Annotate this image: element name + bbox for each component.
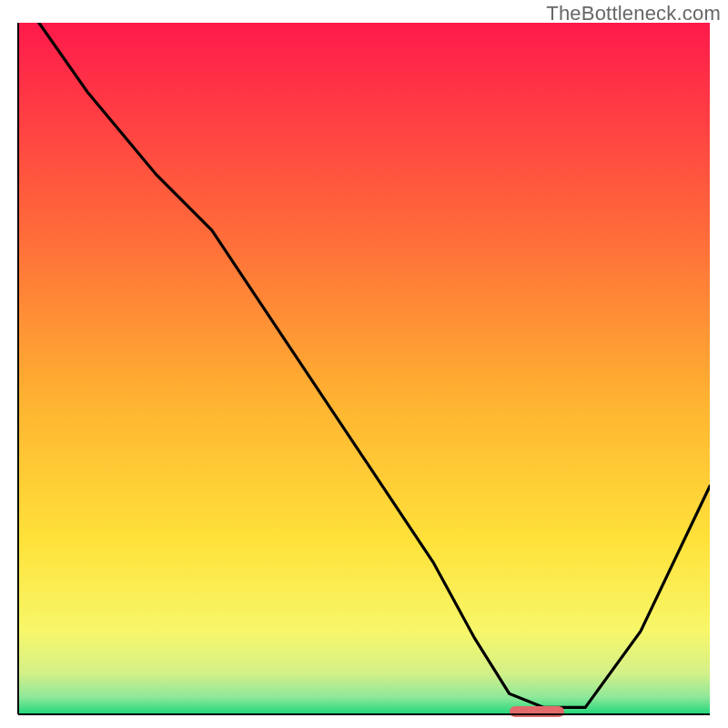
y-axis: [17, 23, 19, 714]
chart-container: TheBottleneck.com: [0, 0, 728, 728]
x-axis: [18, 713, 710, 715]
plot-area: [18, 23, 710, 714]
minimum-marker: [510, 706, 565, 717]
bottleneck-curve: [18, 23, 710, 714]
